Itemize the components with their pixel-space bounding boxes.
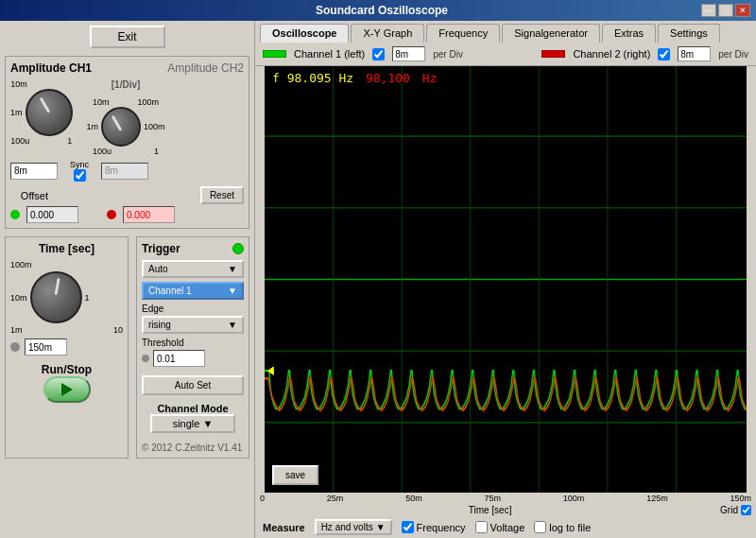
tab-settings[interactable]: Settings [658,24,720,43]
left-panel: Exit Amplitude CH1 Amplitude CH2 10m 1m [0,21,255,538]
x-label-150m: 150m [730,494,751,503]
auto-set-button[interactable]: Auto Set [142,375,244,395]
ch1-knob-container: 10m 1m 100u 1 [10,79,73,156]
ch1-value-input[interactable]: 8m [10,163,58,180]
ch2-label: Channel 2 (right) [573,48,650,60]
offset-label: Offset [10,190,48,201]
time-knob-indicator [55,278,60,295]
threshold-label: Threshold [142,338,244,348]
trigger-channel-button[interactable]: Channel 1 ▼ [142,282,244,300]
copyright-label: © 2012 C.Zeitnitz V1.41 [142,443,244,453]
ch2-amplitude-knob[interactable] [101,107,141,147]
main-container: Exit Amplitude CH1 Amplitude CH2 10m 1m [0,21,756,538]
frequency-check-item: Frequency [402,521,466,533]
chevron-down-icon3: ▼ [228,320,237,330]
ch2-knob-bot1: 100u [93,147,112,156]
frequency-checkbox[interactable] [402,521,414,533]
tab-xygraph[interactable]: X-Y Graph [351,24,424,43]
ch1-freq-unit: Hz [338,71,353,85]
chevron-down-icon2: ▼ [228,286,237,296]
x-axis-title: Time [sec] [260,505,720,515]
maximize-button[interactable]: □ [718,4,733,17]
ch2-freq-unit: Hz [422,71,438,85]
ch2-knob-bot2: 1 [154,147,159,156]
threshold-input[interactable]: 0.01 [153,350,205,367]
ch1-per-div-label: per Div [433,49,463,60]
ch1-checkbox[interactable] [372,48,385,61]
amplitude-section: Amplitude CH1 Amplitude CH2 10m 1m [5,56,249,229]
x-label-100m: 100m [563,494,585,503]
trigger-header: Trigger [142,242,244,255]
ch2-offset-icon [107,210,116,219]
ch1-amplitude-knob[interactable] [26,89,73,136]
scope-svg [265,66,747,493]
log-to-file-item: log to file [534,521,591,533]
amplitude-headers: Amplitude CH1 Amplitude CH2 [10,61,244,75]
voltage-check-item: Voltage [475,521,525,533]
ch2-checkbox[interactable] [658,48,670,61]
ch2-knob-top2: 100m [138,97,160,107]
time-section: Time [sec] 100m 10m 1 1m 10 150 [5,236,129,459]
ch2-knob-indicator [112,115,123,131]
ch1-knob-bot1: 100u [10,136,29,146]
ch1-freq-value: 98.095 [287,71,332,85]
bottom-left: Time [sec] 100m 10m 1 1m 10 150 [5,236,249,459]
tab-oscilloscope[interactable]: Oscilloscope [260,24,349,43]
log-checkbox[interactable] [534,521,546,533]
voltage-checkbox[interactable] [475,521,488,533]
tab-frequency[interactable]: Frequency [426,24,500,43]
save-button[interactable]: save [272,465,318,485]
measure-bar: Measure Hz and volts ▼ Frequency Voltage… [255,516,756,538]
trigger-led [232,243,244,254]
ch2-per-div-input[interactable]: 8m [678,46,711,61]
window-title: Soundcard Oszilloscope [62,4,701,17]
grid-checkbox[interactable] [741,505,751,515]
channel-mode-label: Channel Mode [142,403,244,414]
exit-button[interactable]: Exit [90,26,165,48]
edge-label: Edge [142,304,244,314]
knob-indicator [39,97,50,113]
window-controls: ─ □ ✕ [701,4,750,17]
ch1-label: Channel 1 (left) [294,48,365,60]
ch1-offset-icon [10,210,20,219]
tab-signalgenerator[interactable]: Signalgenerator [502,24,600,43]
minimize-button[interactable]: ─ [701,4,716,17]
time-value-input[interactable]: 150m [25,338,67,356]
play-icon [61,383,73,396]
time-left1: 10m [10,293,27,303]
measure-label: Measure [263,522,305,533]
time-top1: 100m [10,260,32,269]
time-title: Time [sec] [10,242,123,255]
measure-dropdown[interactable]: Hz and volts ▼ [315,519,392,535]
ch2-freq-value: 98,100 [366,71,410,85]
reset-button[interactable]: Reset [200,186,244,204]
scope-display: f 98.095 Hz 98,100 Hz [265,66,747,493]
scope-wrapper: f 98.095 Hz 98,100 Hz [260,66,751,493]
knob-row: 10m 1m 100u 1 [1/Div] [10,79,244,156]
ch2-color-indicator [541,50,565,58]
channel-bar: Channel 1 (left) 8m per Div Channel 2 (r… [255,43,756,66]
channel-mode-dropdown[interactable]: single ▼ [150,414,235,433]
ch2-per-div-label: per Div [718,49,748,60]
trigger-auto-button[interactable]: Auto ▼ [142,260,244,278]
run-stop-button[interactable] [43,376,91,403]
frequency-display: f 98.095 Hz 98,100 Hz [272,71,437,85]
ch1-color-indicator [263,50,286,58]
sync-label: Sync [70,160,89,169]
ch1-knob-left: 1m [10,108,23,117]
time-knob[interactable] [30,271,82,323]
ch1-knob-bot2: 1 [67,136,72,146]
threshold-icon [142,355,149,362]
ch2-value-input[interactable]: 8m [101,163,148,180]
freq-label-f: f [272,71,287,85]
trigger-edge-button[interactable]: rising ▼ [142,316,244,334]
tab-extras[interactable]: Extras [602,24,656,43]
chevron-down-icon4: ▼ [202,418,213,429]
time-bot2: 10 [113,325,123,335]
close-button[interactable]: ✕ [735,4,750,17]
ch2-knob-right: 100m [144,122,165,131]
sync-checkbox[interactable] [74,169,86,182]
x-label-50m: 50m [405,494,422,503]
amp-ch2-title: Amplitude CH2 [167,61,244,75]
ch1-per-div-input[interactable]: 8m [392,46,425,61]
